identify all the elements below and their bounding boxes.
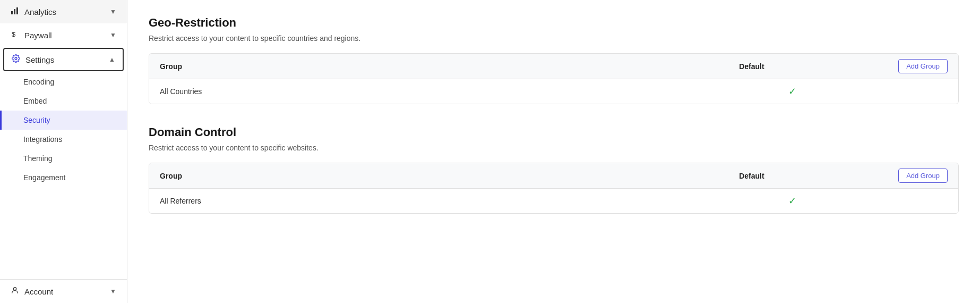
geo-restriction-col-action: Add Group xyxy=(898,59,948,73)
domain-control-description: Restrict access to your content to speci… xyxy=(149,144,959,152)
geo-restriction-add-group-button[interactable]: Add Group xyxy=(898,59,948,73)
sidebar-item-encoding[interactable]: Encoding xyxy=(0,72,127,91)
sidebar-item-account-label: Account xyxy=(24,287,53,296)
geo-restriction-col-default: Default xyxy=(739,62,898,71)
domain-control-section: Domain Control Restrict access to your c… xyxy=(149,125,959,214)
sidebar-item-integrations-label: Integrations xyxy=(23,135,62,144)
sidebar-item-security-label: Security xyxy=(23,116,50,124)
svg-text:$: $ xyxy=(12,30,16,38)
svg-rect-0 xyxy=(11,11,13,14)
sidebar-item-analytics-label: Analytics xyxy=(24,7,56,16)
domain-control-table-row: All Referrers ✓ xyxy=(149,189,958,213)
sidebar-item-paywall[interactable]: $ Paywall ▼ xyxy=(0,23,127,47)
sidebar-item-theming[interactable]: Theming xyxy=(0,149,127,168)
geo-restriction-table-header: Group Default Add Group xyxy=(149,54,958,79)
paywall-icon: $ xyxy=(11,30,19,40)
sidebar-item-analytics[interactable]: Analytics ▼ xyxy=(0,0,127,23)
geo-restriction-section: Geo-Restriction Restrict access to your … xyxy=(149,16,959,104)
domain-control-table-header: Group Default Add Group xyxy=(149,163,958,189)
geo-restriction-table-row: All Countries ✓ xyxy=(149,79,958,104)
sidebar-item-embed[interactable]: Embed xyxy=(0,91,127,111)
domain-control-col-default: Default xyxy=(739,172,898,180)
account-icon xyxy=(11,286,19,297)
svg-point-4 xyxy=(13,288,16,290)
geo-restriction-row-default-check: ✓ xyxy=(788,86,948,97)
sidebar-item-theming-label: Theming xyxy=(23,154,52,163)
sidebar-item-account[interactable]: Account ▼ xyxy=(0,279,127,303)
sidebar-item-embed-label: Embed xyxy=(23,97,47,105)
geo-restriction-description: Restrict access to your content to speci… xyxy=(149,34,959,43)
geo-restriction-title: Geo-Restriction xyxy=(149,16,959,30)
sidebar-item-engagement[interactable]: Engagement xyxy=(0,168,127,187)
domain-control-row-default-check: ✓ xyxy=(788,195,948,207)
sidebar-item-settings[interactable]: Settings ▲ xyxy=(3,48,124,71)
geo-restriction-col-group: Group xyxy=(160,62,739,71)
sidebar-item-security[interactable]: Security xyxy=(0,111,127,130)
domain-control-col-group: Group xyxy=(160,172,739,180)
analytics-icon xyxy=(11,6,19,17)
paywall-chevron-icon: ▼ xyxy=(110,31,116,39)
settings-gear-icon xyxy=(12,54,20,65)
sidebar-item-settings-label: Settings xyxy=(25,55,54,64)
analytics-chevron-icon: ▼ xyxy=(110,8,116,15)
main-content: Geo-Restriction Restrict access to your … xyxy=(127,0,980,303)
sidebar-item-engagement-label: Engagement xyxy=(23,173,65,182)
account-chevron-icon: ▼ xyxy=(110,288,116,295)
domain-control-title: Domain Control xyxy=(149,125,959,139)
sidebar-item-encoding-label: Encoding xyxy=(23,78,54,86)
sidebar-item-paywall-label: Paywall xyxy=(24,31,52,40)
settings-chevron-icon: ▲ xyxy=(109,56,115,63)
domain-control-col-action: Add Group xyxy=(898,169,948,183)
svg-rect-2 xyxy=(16,7,18,14)
domain-control-add-group-button[interactable]: Add Group xyxy=(898,169,948,183)
sidebar-item-integrations[interactable]: Integrations xyxy=(0,130,127,149)
geo-restriction-table: Group Default Add Group All Countries ✓ xyxy=(149,53,959,104)
svg-rect-1 xyxy=(14,9,15,14)
domain-control-table: Group Default Add Group All Referrers ✓ xyxy=(149,163,959,214)
geo-restriction-row-group: All Countries xyxy=(160,87,788,96)
sidebar: Analytics ▼ $ Paywall ▼ Settings ▲ Encod… xyxy=(0,0,127,303)
domain-control-row-group: All Referrers xyxy=(160,197,788,205)
